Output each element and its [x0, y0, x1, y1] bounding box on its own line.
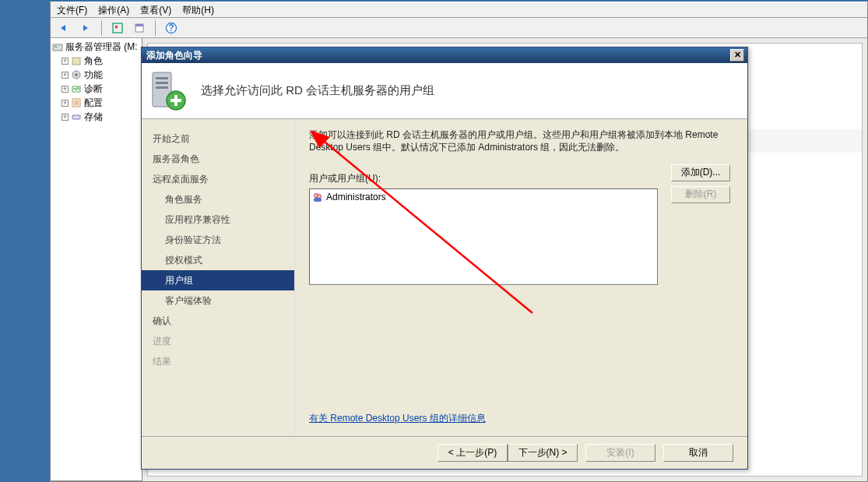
svg-rect-12	[72, 115, 80, 119]
svg-point-21	[318, 195, 322, 199]
expand-icon[interactable]: +	[61, 100, 69, 107]
show-hide-icon[interactable]	[109, 19, 126, 37]
storage-icon	[71, 111, 82, 122]
wizard-footer: < 上一步(P) 下一步(N) > 安装(I) 取消	[142, 436, 747, 469]
toolbar-separator	[101, 20, 102, 36]
expand-icon[interactable]: +	[61, 72, 69, 79]
group-icon	[312, 192, 323, 202]
properties-icon[interactable]	[131, 19, 148, 37]
nav-user-groups[interactable]: 用户组	[142, 270, 294, 290]
wizard-heading: 选择允许访问此 RD 会话主机服务器的用户组	[201, 83, 434, 98]
add-roles-wizard: 添加角色向导 ✕ 选择允许访问此 RD 会话主机服务器的用户组 开始之前 服务器…	[141, 47, 748, 470]
nav-role-services[interactable]: 角色服务	[142, 189, 294, 209]
nav-server-roles[interactable]: 服务器角色	[142, 149, 294, 169]
list-item[interactable]: Administrators	[312, 192, 655, 202]
menu-help[interactable]: 帮助(H)	[182, 2, 214, 17]
features-icon	[71, 69, 82, 80]
svg-rect-6	[54, 46, 57, 47]
nav-before-you-begin[interactable]: 开始之前	[142, 128, 294, 149]
forward-icon[interactable]	[77, 19, 94, 37]
nav-progress: 进度	[142, 331, 294, 351]
previous-button[interactable]: < 上一步(P)	[438, 444, 508, 462]
expand-icon[interactable]: +	[61, 114, 69, 121]
tree-node-label: 角色	[84, 55, 103, 67]
wizard-title: 添加角色向导	[146, 49, 202, 62]
tree-node-config[interactable]: + 配置	[52, 96, 140, 110]
toolbar: ?	[51, 18, 867, 38]
server-icon	[52, 41, 63, 52]
menu-view[interactable]: 查看(V)	[140, 2, 171, 17]
nav-license-mode[interactable]: 授权模式	[142, 250, 294, 270]
tree-node-diagnostics[interactable]: + 诊断	[52, 82, 140, 96]
wizard-header-icon	[148, 68, 190, 114]
svg-rect-7	[72, 58, 80, 65]
nav-confirm[interactable]: 确认	[142, 311, 294, 331]
tree-node-label: 配置	[84, 97, 103, 109]
expand-icon[interactable]: +	[61, 86, 69, 93]
nav-app-compat[interactable]: 应用程序兼容性	[142, 209, 294, 230]
svg-text:?: ?	[168, 23, 174, 33]
roles-icon	[71, 55, 82, 66]
remove-button: 删除(R)	[671, 186, 730, 203]
svg-rect-22	[314, 198, 322, 202]
diagnostics-icon	[71, 83, 82, 94]
toolbar-separator	[155, 20, 156, 36]
config-icon	[71, 97, 82, 108]
wizard-titlebar: 添加角色向导 ✕	[142, 47, 747, 63]
wizard-header: 选择允许访问此 RD 会话主机服务器的用户组	[142, 63, 747, 119]
tree-node-storage[interactable]: + 存储	[52, 110, 140, 124]
next-button[interactable]: 下一步(N) >	[508, 444, 578, 462]
tree-pane: 服务器管理器 (M: + 角色 + 功能 + 诊断 + 配置	[51, 38, 142, 481]
menubar: 文件(F) 操作(A) 查看(V) 帮助(H)	[51, 2, 867, 18]
nav-auth-method[interactable]: 身份验证方法	[142, 230, 294, 250]
tree-root-label: 服务器管理器 (M:	[65, 40, 138, 53]
help-icon[interactable]: ?	[163, 19, 180, 37]
svg-rect-5	[53, 44, 62, 51]
cancel-button[interactable]: 取消	[663, 444, 733, 462]
list-item-label: Administrators	[326, 192, 386, 202]
wizard-nav: 开始之前 服务器角色 远程桌面服务 角色服务 应用程序兼容性 身份验证方法 授权…	[142, 119, 294, 436]
svg-rect-16	[156, 86, 168, 89]
menu-file[interactable]: 文件(F)	[57, 2, 87, 17]
close-button[interactable]: ✕	[730, 49, 744, 62]
back-icon[interactable]	[55, 19, 72, 37]
tree-node-features[interactable]: + 功能	[52, 68, 140, 82]
tree-node-roles[interactable]: + 角色	[52, 54, 140, 68]
tree-node-label: 存储	[84, 111, 103, 123]
svg-rect-15	[156, 82, 168, 84]
install-button: 安装(I)	[585, 444, 655, 462]
user-group-list[interactable]: Administrators	[309, 188, 658, 285]
tree-node-label: 功能	[84, 69, 103, 81]
add-button[interactable]: 添加(D)...	[671, 164, 730, 181]
nav-rds[interactable]: 远程桌面服务	[142, 169, 294, 189]
svg-rect-19	[170, 99, 181, 102]
nav-result: 结果	[142, 351, 294, 371]
svg-rect-2	[135, 24, 143, 26]
details-link[interactable]: 有关 Remote Desktop Users 组的详细信息	[309, 412, 486, 425]
description-text: 添加可以连接到此 RD 会话主机服务器的用户或用户组。这些用户和用户组将被添加到…	[309, 128, 730, 153]
user-list-label: 用户或用户组(U):	[309, 172, 730, 185]
svg-point-9	[75, 73, 78, 76]
nav-client-experience[interactable]: 客户端体验	[142, 290, 294, 311]
svg-rect-14	[156, 77, 168, 79]
wizard-content: 添加可以连接到此 RD 会话主机服务器的用户或用户组。这些用户和用户组将被添加到…	[294, 119, 747, 436]
expand-icon[interactable]: +	[61, 58, 69, 65]
tree-node-label: 诊断	[84, 83, 103, 95]
tree-root[interactable]: 服务器管理器 (M:	[52, 40, 140, 54]
menu-action[interactable]: 操作(A)	[98, 2, 129, 17]
